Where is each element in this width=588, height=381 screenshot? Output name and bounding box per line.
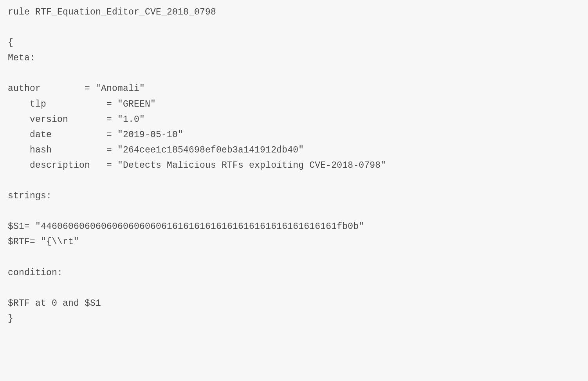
- rule-keyword: rule: [8, 7, 30, 17]
- strings-section-label: strings:: [8, 191, 52, 201]
- meta-version-value: "1.0": [117, 114, 145, 125]
- meta-section-label: Meta:: [8, 53, 35, 63]
- meta-description-value: "Detects Malicious RTFs exploiting CVE-2…: [117, 160, 386, 171]
- meta-tlp-key: tlp: [30, 99, 46, 109]
- meta-tlp-value: "GREEN": [117, 99, 156, 109]
- meta-date-value: "2019-05-10": [117, 130, 183, 140]
- meta-hash-key: hash: [30, 145, 52, 155]
- condition-section-label: condition:: [8, 268, 63, 278]
- open-brace: {: [8, 38, 13, 48]
- meta-date-key: date: [30, 130, 52, 140]
- meta-version-key: version: [30, 114, 68, 125]
- string-s1-lhs: $S1=: [8, 221, 30, 232]
- close-brace: }: [8, 314, 13, 324]
- meta-description-key: description: [30, 160, 90, 171]
- yara-rule-code-block: rule RTF_Equation_Editor_CVE_2018_0798 {…: [0, 0, 588, 334]
- string-s1-value: "446060606060606060606061616161616161616…: [35, 221, 364, 232]
- meta-author-value: "Anomali": [96, 83, 145, 94]
- meta-hash-value: "264cee1c1854698ef0eb3a141912db40": [117, 145, 304, 155]
- string-rtf-lhs: $RTF=: [8, 237, 35, 247]
- condition-expression: $RTF at 0 and $S1: [8, 298, 101, 308]
- meta-author-key: author: [8, 83, 41, 94]
- string-rtf-value: "{\\rt": [41, 237, 79, 247]
- rule-name: RTF_Equation_Editor_CVE_2018_0798: [35, 7, 216, 17]
